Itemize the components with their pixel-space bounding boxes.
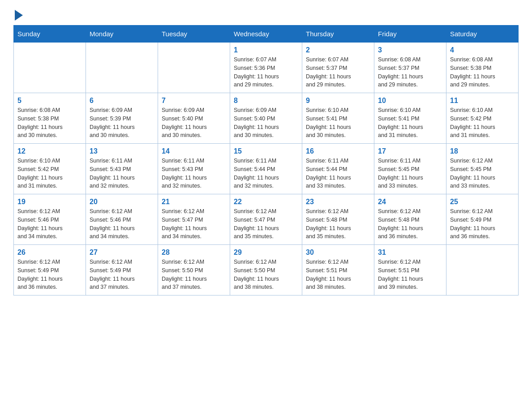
calendar-header-wednesday: Wednesday: [230, 26, 302, 43]
calendar-header-row: SundayMondayTuesdayWednesdayThursdayFrid…: [14, 26, 519, 43]
day-number: 4: [450, 46, 515, 54]
day-info: Sunrise: 6:12 AM Sunset: 5:45 PM Dayligh…: [450, 157, 515, 190]
day-number: 18: [450, 147, 515, 155]
day-number: 6: [90, 97, 154, 105]
day-info: Sunrise: 6:12 AM Sunset: 5:49 PM Dayligh…: [450, 207, 515, 241]
day-info: Sunrise: 6:11 AM Sunset: 5:44 PM Dayligh…: [234, 157, 298, 190]
calendar-cell: 17Sunrise: 6:11 AM Sunset: 5:45 PM Dayli…: [374, 144, 446, 194]
calendar-cell: 10Sunrise: 6:10 AM Sunset: 5:41 PM Dayli…: [374, 93, 446, 144]
calendar-cell: 15Sunrise: 6:11 AM Sunset: 5:44 PM Dayli…: [230, 144, 302, 194]
day-number: 23: [306, 198, 370, 206]
calendar-week-row: 26Sunrise: 6:12 AM Sunset: 5:49 PM Dayli…: [14, 245, 519, 295]
calendar-week-row: 12Sunrise: 6:10 AM Sunset: 5:42 PM Dayli…: [14, 144, 519, 194]
day-number: 27: [90, 248, 154, 257]
day-number: 2: [306, 46, 370, 54]
day-info: Sunrise: 6:08 AM Sunset: 5:37 PM Dayligh…: [378, 56, 442, 89]
day-info: Sunrise: 6:12 AM Sunset: 5:47 PM Dayligh…: [234, 207, 298, 241]
calendar-cell: 18Sunrise: 6:12 AM Sunset: 5:45 PM Dayli…: [446, 144, 519, 194]
calendar-cell: 20Sunrise: 6:12 AM Sunset: 5:46 PM Dayli…: [86, 194, 158, 245]
day-number: 22: [234, 198, 298, 206]
calendar-cell: 8Sunrise: 6:09 AM Sunset: 5:40 PM Daylig…: [230, 93, 302, 144]
calendar-cell: 30Sunrise: 6:12 AM Sunset: 5:51 PM Dayli…: [302, 245, 374, 295]
logo: [13, 9, 23, 21]
day-info: Sunrise: 6:12 AM Sunset: 5:51 PM Dayligh…: [378, 258, 442, 291]
calendar-week-row: 5Sunrise: 6:08 AM Sunset: 5:38 PM Daylig…: [14, 93, 519, 144]
day-number: 19: [17, 198, 82, 206]
day-info: Sunrise: 6:12 AM Sunset: 5:49 PM Dayligh…: [17, 258, 82, 291]
calendar-cell: 26Sunrise: 6:12 AM Sunset: 5:49 PM Dayli…: [14, 245, 86, 295]
calendar-week-row: 1Sunrise: 6:07 AM Sunset: 5:36 PM Daylig…: [14, 43, 519, 93]
day-info: Sunrise: 6:12 AM Sunset: 5:49 PM Dayligh…: [90, 258, 154, 291]
logo-arrow-icon: [15, 10, 23, 21]
calendar-cell: 3Sunrise: 6:08 AM Sunset: 5:37 PM Daylig…: [374, 43, 446, 93]
day-number: 24: [378, 198, 442, 206]
calendar-cell: 12Sunrise: 6:10 AM Sunset: 5:42 PM Dayli…: [14, 144, 86, 194]
calendar-cell: [158, 43, 230, 93]
day-info: Sunrise: 6:09 AM Sunset: 5:40 PM Dayligh…: [234, 106, 298, 140]
day-info: Sunrise: 6:10 AM Sunset: 5:41 PM Dayligh…: [378, 106, 442, 140]
calendar-cell: 21Sunrise: 6:12 AM Sunset: 5:47 PM Dayli…: [158, 194, 230, 245]
day-info: Sunrise: 6:12 AM Sunset: 5:48 PM Dayligh…: [378, 207, 442, 241]
day-number: 7: [162, 97, 226, 105]
header: [13, 9, 519, 21]
day-info: Sunrise: 6:12 AM Sunset: 5:48 PM Dayligh…: [306, 207, 370, 241]
day-info: Sunrise: 6:10 AM Sunset: 5:42 PM Dayligh…: [17, 157, 82, 190]
calendar-cell: 29Sunrise: 6:12 AM Sunset: 5:50 PM Dayli…: [230, 245, 302, 295]
calendar-header-thursday: Thursday: [302, 26, 374, 43]
calendar-table: SundayMondayTuesdayWednesdayThursdayFrid…: [13, 25, 519, 295]
day-info: Sunrise: 6:08 AM Sunset: 5:38 PM Dayligh…: [450, 56, 515, 89]
calendar-cell: 7Sunrise: 6:09 AM Sunset: 5:40 PM Daylig…: [158, 93, 230, 144]
day-info: Sunrise: 6:12 AM Sunset: 5:46 PM Dayligh…: [17, 207, 82, 241]
calendar-cell: 23Sunrise: 6:12 AM Sunset: 5:48 PM Dayli…: [302, 194, 374, 245]
day-info: Sunrise: 6:11 AM Sunset: 5:43 PM Dayligh…: [90, 157, 154, 190]
day-number: 8: [234, 97, 298, 105]
day-info: Sunrise: 6:11 AM Sunset: 5:45 PM Dayligh…: [378, 157, 442, 190]
day-info: Sunrise: 6:07 AM Sunset: 5:37 PM Dayligh…: [306, 56, 370, 89]
calendar-header-friday: Friday: [374, 26, 446, 43]
day-number: 15: [234, 147, 298, 155]
day-info: Sunrise: 6:10 AM Sunset: 5:41 PM Dayligh…: [306, 106, 370, 140]
day-number: 13: [90, 147, 154, 155]
day-number: 11: [450, 97, 515, 105]
calendar-cell: 16Sunrise: 6:11 AM Sunset: 5:44 PM Dayli…: [302, 144, 374, 194]
day-number: 14: [162, 147, 226, 155]
day-number: 25: [450, 198, 515, 206]
calendar-cell: 14Sunrise: 6:11 AM Sunset: 5:43 PM Dayli…: [158, 144, 230, 194]
day-number: 1: [234, 46, 298, 54]
calendar-header-tuesday: Tuesday: [158, 26, 230, 43]
calendar-cell: 13Sunrise: 6:11 AM Sunset: 5:43 PM Dayli…: [86, 144, 158, 194]
calendar-cell: 22Sunrise: 6:12 AM Sunset: 5:47 PM Dayli…: [230, 194, 302, 245]
day-info: Sunrise: 6:12 AM Sunset: 5:47 PM Dayligh…: [162, 207, 226, 241]
calendar-header-saturday: Saturday: [446, 26, 519, 43]
calendar-cell: 31Sunrise: 6:12 AM Sunset: 5:51 PM Dayli…: [374, 245, 446, 295]
day-info: Sunrise: 6:09 AM Sunset: 5:40 PM Dayligh…: [162, 106, 226, 140]
calendar-header-monday: Monday: [86, 26, 158, 43]
day-number: 20: [90, 198, 154, 206]
day-number: 10: [378, 97, 442, 105]
day-info: Sunrise: 6:07 AM Sunset: 5:36 PM Dayligh…: [234, 56, 298, 89]
day-number: 26: [17, 248, 82, 257]
calendar-cell: 19Sunrise: 6:12 AM Sunset: 5:46 PM Dayli…: [14, 194, 86, 245]
day-number: 28: [162, 248, 226, 257]
logo-line: [13, 9, 23, 21]
calendar-cell: [446, 245, 519, 295]
day-info: Sunrise: 6:12 AM Sunset: 5:46 PM Dayligh…: [90, 207, 154, 241]
calendar-cell: 5Sunrise: 6:08 AM Sunset: 5:38 PM Daylig…: [14, 93, 86, 144]
day-number: 9: [306, 97, 370, 105]
calendar-cell: 25Sunrise: 6:12 AM Sunset: 5:49 PM Dayli…: [446, 194, 519, 245]
calendar-week-row: 19Sunrise: 6:12 AM Sunset: 5:46 PM Dayli…: [14, 194, 519, 245]
calendar-cell: [14, 43, 86, 93]
calendar-cell: [86, 43, 158, 93]
day-info: Sunrise: 6:11 AM Sunset: 5:43 PM Dayligh…: [162, 157, 226, 190]
calendar-cell: 1Sunrise: 6:07 AM Sunset: 5:36 PM Daylig…: [230, 43, 302, 93]
day-number: 16: [306, 147, 370, 155]
day-number: 21: [162, 198, 226, 206]
day-info: Sunrise: 6:12 AM Sunset: 5:50 PM Dayligh…: [162, 258, 226, 291]
calendar-header-sunday: Sunday: [14, 26, 86, 43]
day-info: Sunrise: 6:09 AM Sunset: 5:39 PM Dayligh…: [90, 106, 154, 140]
day-number: 12: [17, 147, 82, 155]
day-number: 3: [378, 46, 442, 54]
day-info: Sunrise: 6:11 AM Sunset: 5:44 PM Dayligh…: [306, 157, 370, 190]
day-number: 5: [17, 97, 82, 105]
calendar-cell: 27Sunrise: 6:12 AM Sunset: 5:49 PM Dayli…: [86, 245, 158, 295]
